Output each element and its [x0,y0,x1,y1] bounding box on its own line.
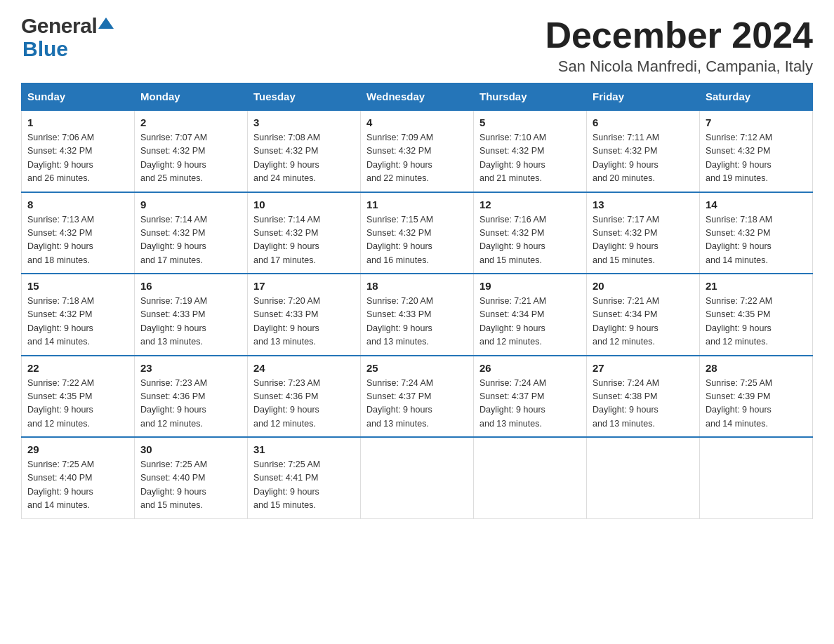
calendar-table: Sunday Monday Tuesday Wednesday Thursday… [21,83,813,519]
day-number: 21 [706,280,807,292]
table-row: 10Sunrise: 7:14 AMSunset: 4:32 PMDayligh… [248,192,361,274]
day-number: 24 [253,362,355,374]
location-title: San Nicola Manfredi, Campania, Italy [545,58,813,76]
day-info: Sunrise: 7:22 AMSunset: 4:35 PMDaylight:… [27,377,128,431]
day-number: 27 [593,362,694,374]
svg-marker-0 [98,18,114,29]
table-row: 19Sunrise: 7:21 AMSunset: 4:34 PMDayligh… [474,274,587,356]
table-row: 25Sunrise: 7:24 AMSunset: 4:37 PMDayligh… [361,356,474,438]
day-number: 10 [253,199,355,210]
table-row: 27Sunrise: 7:24 AMSunset: 4:38 PMDayligh… [587,356,700,438]
day-info: Sunrise: 7:14 AMSunset: 4:32 PMDaylight:… [253,213,355,268]
day-number: 3 [253,116,355,128]
day-number: 4 [366,116,468,128]
day-info: Sunrise: 7:18 AMSunset: 4:32 PMDaylight:… [27,295,128,349]
table-row: 26Sunrise: 7:24 AMSunset: 4:37 PMDayligh… [474,356,587,438]
day-number: 13 [593,199,694,210]
day-number: 5 [479,116,581,128]
day-number: 18 [366,280,468,292]
logo: General Blue [21,14,114,60]
day-number: 26 [479,362,581,374]
day-info: Sunrise: 7:22 AMSunset: 4:35 PMDaylight:… [706,295,807,349]
day-info: Sunrise: 7:14 AMSunset: 4:32 PMDaylight:… [140,213,241,268]
day-number: 20 [593,280,694,292]
day-number: 7 [706,116,807,128]
table-row: 21Sunrise: 7:22 AMSunset: 4:35 PMDayligh… [700,274,813,356]
day-info: Sunrise: 7:23 AMSunset: 4:36 PMDaylight:… [140,377,241,431]
day-info: Sunrise: 7:24 AMSunset: 4:37 PMDaylight:… [366,377,468,431]
day-info: Sunrise: 7:21 AMSunset: 4:34 PMDaylight:… [479,295,581,349]
title-block: December 2024 San Nicola Manfredi, Campa… [545,14,813,76]
day-info: Sunrise: 7:10 AMSunset: 4:32 PMDaylight:… [479,131,581,186]
month-title: December 2024 [545,14,813,56]
table-row: 30Sunrise: 7:25 AMSunset: 4:40 PMDayligh… [135,437,248,518]
day-number: 11 [366,199,468,210]
table-row: 18Sunrise: 7:20 AMSunset: 4:33 PMDayligh… [361,274,474,356]
day-info: Sunrise: 7:09 AMSunset: 4:32 PMDaylight:… [366,131,468,186]
table-row: 1Sunrise: 7:06 AMSunset: 4:32 PMDaylight… [22,110,135,192]
day-info: Sunrise: 7:21 AMSunset: 4:34 PMDaylight:… [593,295,694,349]
table-row: 31Sunrise: 7:25 AMSunset: 4:41 PMDayligh… [248,437,361,518]
day-number: 31 [253,443,355,455]
calendar-header-row: Sunday Monday Tuesday Wednesday Thursday… [22,83,813,111]
day-number: 8 [27,199,128,210]
col-sunday: Sunday [22,83,135,111]
day-info: Sunrise: 7:25 AMSunset: 4:39 PMDaylight:… [706,377,807,431]
day-number: 30 [140,443,241,455]
table-row: 5Sunrise: 7:10 AMSunset: 4:32 PMDaylight… [474,110,587,192]
day-info: Sunrise: 7:07 AMSunset: 4:32 PMDaylight:… [140,131,241,186]
table-row: 13Sunrise: 7:17 AMSunset: 4:32 PMDayligh… [587,192,700,274]
table-row [361,437,474,518]
table-row: 14Sunrise: 7:18 AMSunset: 4:32 PMDayligh… [700,192,813,274]
table-row: 12Sunrise: 7:16 AMSunset: 4:32 PMDayligh… [474,192,587,274]
day-number: 16 [140,280,241,292]
table-row: 3Sunrise: 7:08 AMSunset: 4:32 PMDaylight… [248,110,361,192]
day-number: 29 [27,443,128,455]
table-row: 17Sunrise: 7:20 AMSunset: 4:33 PMDayligh… [248,274,361,356]
day-info: Sunrise: 7:24 AMSunset: 4:37 PMDaylight:… [479,377,581,431]
calendar-week-row: 22Sunrise: 7:22 AMSunset: 4:35 PMDayligh… [22,356,813,438]
table-row: 15Sunrise: 7:18 AMSunset: 4:32 PMDayligh… [22,274,135,356]
table-row: 4Sunrise: 7:09 AMSunset: 4:32 PMDaylight… [361,110,474,192]
table-row: 2Sunrise: 7:07 AMSunset: 4:32 PMDaylight… [135,110,248,192]
day-info: Sunrise: 7:23 AMSunset: 4:36 PMDaylight:… [253,377,355,431]
logo-general-text: General [21,14,97,37]
table-row: 8Sunrise: 7:13 AMSunset: 4:32 PMDaylight… [22,192,135,274]
day-number: 14 [706,199,807,210]
day-number: 12 [479,199,581,210]
table-row: 28Sunrise: 7:25 AMSunset: 4:39 PMDayligh… [700,356,813,438]
col-monday: Monday [135,83,248,111]
day-info: Sunrise: 7:25 AMSunset: 4:40 PMDaylight:… [140,458,241,513]
logo-blue-text: Blue [22,37,68,60]
table-row [474,437,587,518]
day-number: 9 [140,199,241,210]
table-row: 24Sunrise: 7:23 AMSunset: 4:36 PMDayligh… [248,356,361,438]
table-row: 7Sunrise: 7:12 AMSunset: 4:32 PMDaylight… [700,110,813,192]
day-info: Sunrise: 7:13 AMSunset: 4:32 PMDaylight:… [27,213,128,268]
day-number: 23 [140,362,241,374]
table-row [700,437,813,518]
table-row: 16Sunrise: 7:19 AMSunset: 4:33 PMDayligh… [135,274,248,356]
day-info: Sunrise: 7:24 AMSunset: 4:38 PMDaylight:… [593,377,694,431]
day-info: Sunrise: 7:20 AMSunset: 4:33 PMDaylight:… [366,295,468,349]
day-info: Sunrise: 7:15 AMSunset: 4:32 PMDaylight:… [366,213,468,268]
day-info: Sunrise: 7:25 AMSunset: 4:41 PMDaylight:… [253,458,355,513]
calendar-week-row: 8Sunrise: 7:13 AMSunset: 4:32 PMDaylight… [22,192,813,274]
table-row: 23Sunrise: 7:23 AMSunset: 4:36 PMDayligh… [135,356,248,438]
table-row [587,437,700,518]
day-number: 15 [27,280,128,292]
col-wednesday: Wednesday [361,83,474,111]
day-number: 19 [479,280,581,292]
col-saturday: Saturday [700,83,813,111]
calendar-week-row: 1Sunrise: 7:06 AMSunset: 4:32 PMDaylight… [22,110,813,192]
day-info: Sunrise: 7:08 AMSunset: 4:32 PMDaylight:… [253,131,355,186]
col-thursday: Thursday [474,83,587,111]
col-tuesday: Tuesday [248,83,361,111]
day-number: 25 [366,362,468,374]
day-number: 1 [27,116,128,128]
table-row: 29Sunrise: 7:25 AMSunset: 4:40 PMDayligh… [22,437,135,518]
day-info: Sunrise: 7:19 AMSunset: 4:33 PMDaylight:… [140,295,241,349]
day-number: 28 [706,362,807,374]
day-info: Sunrise: 7:06 AMSunset: 4:32 PMDaylight:… [27,131,128,186]
table-row: 9Sunrise: 7:14 AMSunset: 4:32 PMDaylight… [135,192,248,274]
